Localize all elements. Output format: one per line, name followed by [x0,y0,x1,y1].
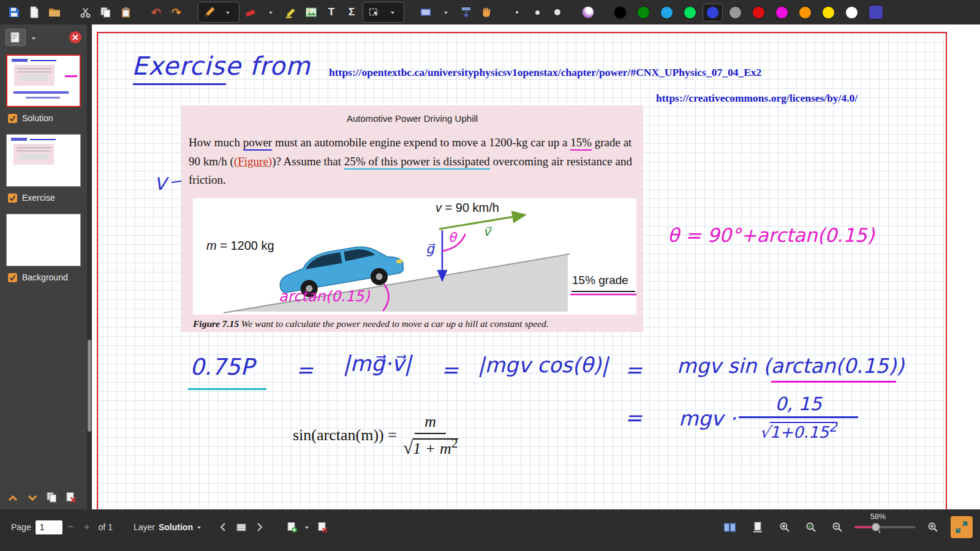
zoom-out-icon [832,522,843,533]
color-swatch-magenta[interactable] [775,6,788,19]
open-folder-button[interactable] [45,3,64,21]
layer-checkbox-checked[interactable] [8,114,17,123]
scrollbar-thumb[interactable] [88,340,91,432]
color-swatch-orange[interactable] [799,6,812,19]
layer-row-background[interactable]: Background [8,272,81,282]
color-swatch-blue-selected[interactable] [706,6,719,19]
layer-checkbox-checked[interactable] [8,193,17,203]
next-layer-button[interactable] [251,520,268,534]
add-layer-button[interactable] [282,520,301,534]
color-swatch-brightgreen[interactable] [684,6,696,19]
zoom-out-button[interactable] [828,520,846,534]
delete-page-icon [65,492,77,503]
shape-tool-button[interactable] [417,3,435,21]
sidebar-scrollbar[interactable] [87,24,92,509]
text-tool-button[interactable]: T [322,3,341,21]
dual-page-view-button[interactable] [720,520,740,534]
delete-layer-button[interactable] [312,520,332,534]
cut-button[interactable] [76,3,94,21]
sidebar-footer [6,488,81,506]
sidebar-mode-dropdown[interactable] [29,31,38,45]
layer-thumbnail-background[interactable] [6,214,81,266]
exercise-snippet: Automotive Power Driving Uphill How much… [181,105,643,332]
pen-button[interactable] [200,3,219,21]
thumb-url-mark [31,60,56,61]
thickness-medium-button[interactable] [528,3,546,21]
select-button[interactable] [365,3,383,21]
zoom-in-icon [927,522,938,533]
paste-button[interactable] [116,3,135,21]
redo-button[interactable]: ↷ [167,3,186,21]
single-page-view-button[interactable] [748,520,767,534]
shape-options-dropdown[interactable] [437,3,455,21]
undo-button[interactable]: ↶ [147,3,165,21]
layer-checkbox-checked[interactable] [8,273,17,282]
insert-image-button[interactable] [302,3,320,21]
pen-options-dropdown[interactable] [219,3,237,21]
license-url: https://creativecommons.org/licenses/by/… [656,92,858,105]
page-number-input[interactable] [35,520,63,535]
copy-icon [46,492,58,503]
equals-sign: = [625,405,643,430]
check-icon [9,115,16,122]
zoom-in-button[interactable] [924,520,942,534]
color-swatch-lightblue[interactable] [660,6,673,19]
chevron-left-icon [218,522,228,533]
close-icon [72,34,78,40]
zoom-slider[interactable]: 58% [854,523,916,531]
zoom-controls: 58% [720,520,942,534]
layer-row-solution[interactable]: Solution [8,113,81,123]
color-swatch-red[interactable] [752,6,765,19]
zoom-slider-track[interactable] [854,526,916,528]
layer-thumbnail-solution[interactable] [6,54,81,107]
layer-overview-button[interactable] [232,520,251,534]
xournalpp-window: ↶ ↷ T Σ [0,0,980,551]
eraser-button[interactable] [241,3,260,21]
color-swatch-white[interactable] [845,6,858,19]
typeset-fraction: m √1 + m2 [403,413,458,458]
color-swatch-black[interactable] [614,6,627,19]
color-wheel-button[interactable] [579,3,597,21]
next-page-button[interactable]: + [79,521,95,533]
copy-button[interactable] [96,3,115,21]
document-page[interactable]: Exercise from https://opentextbc.ca/univ… [97,32,947,509]
dual-page-icon [723,522,736,533]
thickness-fine-button[interactable] [508,3,526,21]
thumb-heading-mark [11,138,27,141]
thumb-math-mark [26,97,60,99]
sidebar-close-button[interactable] [69,31,81,43]
chevron-up-icon [7,492,19,503]
vertical-space-button[interactable] [457,3,475,21]
eraser-options-dropdown[interactable] [262,3,280,21]
zoom-100-button[interactable] [802,520,820,534]
color-swatch-yellow[interactable] [822,6,835,19]
delete-layer-button[interactable] [64,490,78,504]
duplicate-layer-button[interactable] [45,490,59,504]
layer-label: Layer [134,522,155,532]
layer-row-exercise[interactable]: Exercise [8,193,81,203]
highlighter-button[interactable] [282,3,300,21]
move-layer-up-button[interactable] [6,491,20,504]
canvas-area[interactable]: Exercise from https://opentextbc.ca/univ… [92,24,980,509]
hand-tool-button[interactable] [477,3,496,21]
select-options-dropdown[interactable] [383,3,402,21]
math-tex-button[interactable]: Σ [342,3,361,21]
color-swatch-gray[interactable] [729,6,742,19]
layer-action-dropdown[interactable] [301,524,312,531]
zoom-fit-button[interactable] [775,520,794,534]
previous-page-button[interactable]: − [63,521,79,533]
equals-sign: = [625,358,643,382]
color-swatch-green[interactable] [637,6,650,19]
save-button[interactable] [5,3,23,21]
thickness-thick-button[interactable] [548,3,567,21]
sidebar-preview-mode-button[interactable] [6,29,26,46]
previous-layer-button[interactable] [214,520,232,534]
new-file-button[interactable] [25,3,43,21]
layer-select-dropdown[interactable]: Solution [159,522,201,532]
move-layer-down-button[interactable] [25,491,40,504]
layer-thumbnail-exercise[interactable] [6,134,81,187]
custom-color-button[interactable] [869,5,883,20]
math-lhs: 0.75P [190,354,254,380]
fullscreen-button[interactable] [951,516,973,538]
check-icon [9,195,16,201]
